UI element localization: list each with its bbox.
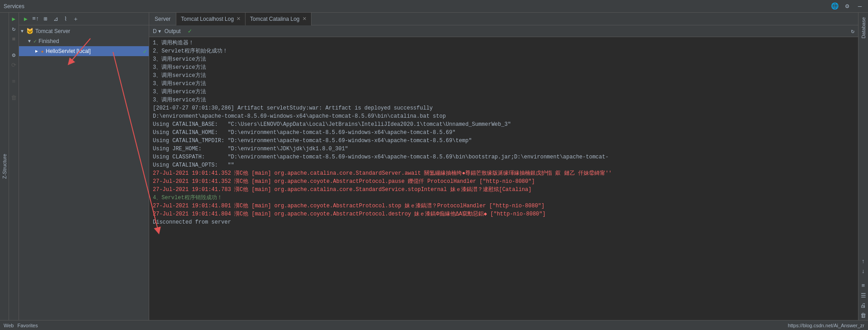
add-icon[interactable]: ＋ [71,15,80,23]
play-icon[interactable]: ▶ [22,15,30,23]
web-tab[interactable]: Web [4,323,14,328]
services-tree: ▼ 🐱 Tomcat Server ▼ ✓ Finished [19,25,149,320]
green-check-icon: ✓ [143,48,147,55]
delete-icon[interactable]: 🗑 [859,311,868,320]
log-line: Using CATALINA_OPTS: "" [153,161,854,169]
tab-catalina-log[interactable]: Tomcat Catalina Log ✕ [245,13,311,25]
log-line: Using CLASSPATH: "D:\environment\apache-… [153,153,854,161]
database-label[interactable]: Database [860,14,867,41]
rerun-toolbar-icon[interactable]: ≡↑ [32,15,40,23]
servlet-label: HelloServlet [local] [46,48,90,54]
log-line: 3、调用service方法 [153,55,854,63]
minus-icon: 🗑 [9,93,19,102]
settings-action-icon[interactable]: ⚙ [9,51,19,60]
services-title: Services [4,3,24,10]
up-arrow-icon[interactable]: ↑ [859,257,868,266]
globe-icon[interactable]: 🌐 [830,2,839,11]
right-panel-icon1[interactable]: ≡ [859,281,868,290]
log-line: [2021-07-27 07:01:30,286] Artifact servl… [153,104,854,112]
close-catalina-log[interactable]: ✕ [302,16,307,22]
tree-item-finished[interactable]: ▼ ✓ Finished [19,36,149,46]
tomcat-server-label: Tomcat Server [35,28,70,34]
dropdown-arrow: ▾ [158,28,161,34]
tomcat-icon: 🐱 [26,28,33,35]
refresh-icon: ⟳ [9,61,19,70]
log-line: 4、Servlet程序销毁成功！ [153,194,854,202]
log-line: Using CATALINA_HOME: "D:\environment\apa… [153,129,854,137]
server-tab-label: Server [155,16,170,22]
output-label: Output [165,28,181,34]
log-content[interactable]: 1、调用构造器！2、Servlet程序初始化成功！3、调用service方法3、… [149,37,858,320]
log-line: 3、调用service方法 [153,96,854,104]
scroll-icon: ≡ [9,77,19,86]
output-dropdown[interactable]: D ▾ [153,28,161,34]
servlet-arrow: ▶ [35,48,41,54]
scroll-toolbar-icon[interactable]: ⌇ [61,15,70,23]
log-line: 3、调用service方法 [153,88,854,96]
down-arrow-icon[interactable]: ↓ [859,267,868,276]
tree-item-helloservlet[interactable]: ▶ ★ HelloServlet [local] ✓ [19,46,149,56]
tabs-bar: Server Tomcat Localhost Log ✕ Tomcat Cat… [149,13,858,25]
services-toolbar: ▶ ≡↑ ⊞ ⊿ ⌇ ＋ [19,13,149,25]
favorites-tab[interactable]: Favorites [17,323,38,328]
content-area: Server Tomcat Localhost Log ✕ Tomcat Cat… [149,13,858,320]
rerun-icon[interactable]: ↻ [9,24,19,33]
output-check-icon: ✓ [188,27,192,35]
log-line: Disconnected from server [153,218,854,226]
refresh-output-icon[interactable]: ↻ [851,28,854,35]
log-line: D:\environment\apache-tomcat-8.5.69-wind… [153,112,854,120]
run-action-icon[interactable]: ▶ [9,14,19,24]
dropdown-letter: D [153,28,157,34]
split-icon[interactable]: ⊞ [42,15,50,23]
log-line: 2、Servlet程序初始化成功！ [153,47,854,55]
gear-icon[interactable]: ⚙ [843,2,852,11]
status-url: https://blog.csdn.net/Ai_Answer_zr [788,323,864,328]
log-line: Using CATALINA_BASE: "C:\Users\LENOVO\Ap… [153,120,854,129]
log-line: 3、调用service方法 [153,80,854,88]
log-line: 27-Jul-2021 19:01:41.352 渳С他 [main] org.… [153,169,854,177]
right-panel-icon2[interactable]: ☰ [859,291,868,300]
log-line: Using CATALINA_TMPDIR: "D:\environment\a… [153,137,854,145]
log-line: 27-Jul-2021 19:01:41.783 渳С他 [main] org.… [153,186,854,194]
finished-label: Finished [38,38,59,44]
status-bar: Web Favorites https://blog.csdn.net/Ai_A… [0,320,868,330]
finished-icon: ✓ [33,38,37,45]
top-bar: Services 🌐 ⚙ — [0,0,868,13]
finished-arrow: ▼ [28,39,33,44]
tree-item-tomcat-server[interactable]: ▼ 🐱 Tomcat Server [19,26,149,36]
stop-icon: ■ [9,34,19,43]
log-line: 3、调用service方法 [153,63,854,72]
output-header: D ▾ Output ✓ ↻ [149,25,858,37]
log-line: 27-Jul-2021 19:01:41.801 渳С他 [main] org.… [153,202,854,210]
close-localhost-log[interactable]: ✕ [236,16,241,22]
tab-localhost-log[interactable]: Tomcat Localhost Log ✕ [176,13,245,25]
localhost-log-label: Tomcat Localhost Log [181,16,234,22]
log-line: 27-Jul-2021 19:01:41.804 渳С他 [main] org.… [153,210,854,218]
log-line: 27-Jul-2021 19:01:41.352 渳С他 [main] org.… [153,177,854,186]
tab-server[interactable]: Server [149,13,176,25]
servlet-icon: ★ [41,48,44,55]
filter-icon[interactable]: ⊿ [52,15,60,23]
right-sidebar: Database ↑ ↓ ≡ ☰ 🖨 🗑 [858,13,868,320]
z-structure-label[interactable]: Z-Structure [1,151,8,182]
log-line: 1、调用构造器！ [153,39,854,47]
log-line: Using JRE_HOME: "D:\environment\JDK\jdk\… [153,145,854,153]
tomcat-arrow: ▼ [21,29,26,34]
minimize-icon[interactable]: — [855,2,864,11]
print-icon[interactable]: 🖨 [859,301,868,310]
top-bar-icons: 🌐 ⚙ — [830,2,864,11]
catalina-log-label: Tomcat Catalina Log [250,16,299,22]
log-line: 3、调用service方法 [153,72,854,80]
